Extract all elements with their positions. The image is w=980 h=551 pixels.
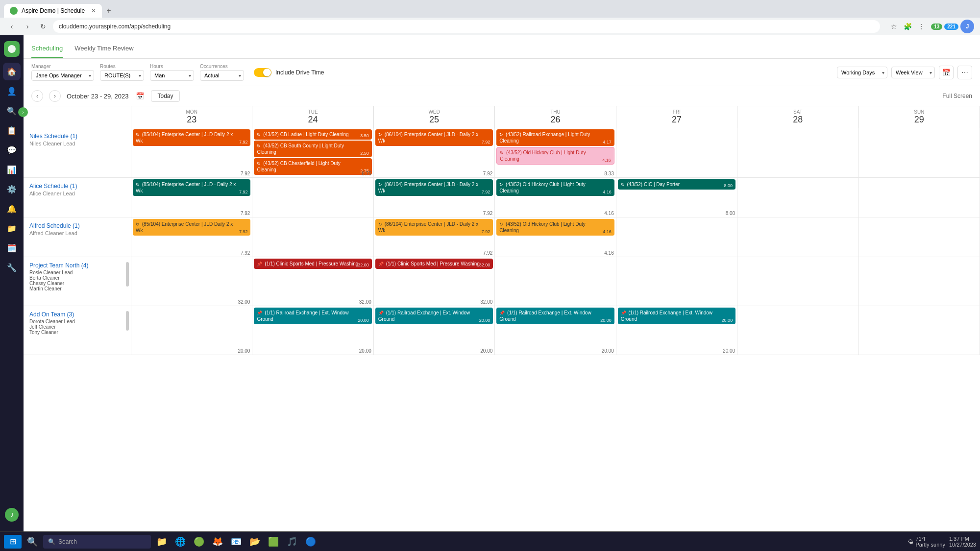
occurrences-select[interactable]: Actual — [200, 70, 244, 81]
addon-thu-event[interactable]: 📌 (1/1) Railroad Exchange | Ext. Window … — [496, 308, 614, 324]
sidebar-item-reports[interactable]: 📊 — [3, 161, 21, 178]
sidebar-item-messages[interactable]: 💬 — [3, 141, 21, 159]
active-tab[interactable]: Aspire Demo | Schedule ✕ — [4, 4, 102, 18]
drive-time-toggle[interactable] — [254, 68, 271, 77]
day-name-sat: SAT — [737, 109, 858, 115]
routes-select[interactable]: ROUTE(S) — [100, 70, 144, 81]
taskbar-chrome[interactable]: 🟢 — [191, 534, 207, 550]
fullscreen-button[interactable]: Full Screen — [942, 93, 972, 99]
sidebar-item-home[interactable]: 🏠 — [3, 63, 21, 80]
bookmark-icon[interactable]: ☆ — [888, 21, 900, 32]
hours-select[interactable]: Man — [150, 70, 194, 81]
day-num-mon: 23 — [131, 115, 252, 125]
niles-tue-event-2[interactable]: ↻ (43/52) CB South County | Light Duty C… — [254, 141, 371, 157]
day-num-thu: 26 — [495, 115, 615, 125]
sidebar-expand-button[interactable]: › — [18, 107, 28, 117]
today-button[interactable]: Today — [151, 90, 179, 102]
niles-wed-event-1[interactable]: ↻ (86/104) Enterprise Center | JLD - Dai… — [375, 129, 493, 146]
addon-tue-event[interactable]: 📌 (1/1) Railroad Exchange | Ext. Window … — [254, 308, 371, 324]
taskbar-firefox[interactable]: 🦊 — [210, 534, 225, 550]
taskbar-search-bar[interactable]: 🔍 Search — [43, 535, 151, 549]
alice-mon-event-1[interactable]: ↻ (85/104) Enterprise Center | JLD - Dai… — [133, 179, 250, 196]
taskbar-app1[interactable]: 📧 — [228, 534, 244, 550]
sidebar-item-notifications[interactable]: 🔔 — [3, 200, 21, 217]
address-bar[interactable]: clouddemo.youraspire.com/app/scheduling — [53, 20, 880, 33]
date-picker-icon[interactable]: 📅 — [134, 91, 145, 101]
alfred-wed-cell: ↻ (86/104) Enterprise Center | JLD - Dai… — [374, 217, 495, 257]
week-view-select[interactable]: Week View — [891, 67, 935, 78]
tab-scheduling[interactable]: Scheduling — [31, 39, 63, 58]
niles-thu-event2-title: (43/52) Old Hickory Club | Light Duty Cl… — [500, 150, 586, 162]
addon-tue-time: 20.00 — [358, 318, 369, 323]
addon-wed-total: 20.00 — [480, 348, 492, 354]
refresh-button[interactable]: ↻ — [37, 21, 49, 32]
schedule-row-addon-team: Add On Team (3) Dorota Cleaner Lead Jeff… — [24, 306, 980, 355]
forward-button[interactable]: › — [22, 21, 33, 32]
scroll-indicator-2 — [126, 311, 129, 331]
addon-fri-event[interactable]: 📌 (1/1) Railroad Exchange | Ext. Window … — [618, 308, 735, 324]
sidebar-item-user[interactable]: 👤 — [3, 82, 21, 100]
addon-team-name[interactable]: Add On Team (3) — [29, 311, 125, 318]
new-tab-button[interactable]: + — [102, 4, 116, 18]
working-days-select[interactable]: Working Days — [837, 67, 887, 78]
next-week-button[interactable]: › — [49, 90, 61, 102]
alice-fri-cell: ↻ (43/52) CIC | Day Porter 8.00 8.00 — [616, 178, 737, 217]
extension-icon[interactable]: 🧩 — [902, 21, 913, 32]
project-north-tue-event[interactable]: 📌 (1/1) Clinic Sports Med | Pressure Was… — [254, 259, 371, 269]
niles-thu-event1-title: (43/52) Railroad Exchange | Light Duty C… — [499, 132, 590, 144]
sidebar-item-calendar[interactable]: 🗓️ — [3, 239, 21, 257]
alfred-role: Alfred Cleaner Lead — [29, 230, 125, 236]
sidebar-item-tools[interactable]: 🔧 — [3, 259, 21, 276]
project-north-name[interactable]: Project Team North (4) — [29, 262, 125, 269]
taskbar-edge[interactable]: 🌐 — [172, 534, 188, 550]
project-north-wed-event[interactable]: 📌 (1/1) Clinic Sports Med | Pressure Was… — [375, 259, 493, 269]
alfred-thu-event-1[interactable]: ↻ (43/52) Old Hickory Club | Light Duty … — [496, 219, 614, 236]
prev-week-button[interactable]: ‹ — [31, 90, 43, 102]
alice-fri-event-time: 8.00 — [724, 183, 733, 188]
calendar-scroll-area[interactable]: MON 23 TUE 24 WED 25 THU 26 FRI 27 — [24, 106, 980, 531]
addon-thu-title: (1/1) Railroad Exchange | Ext. Window Gr… — [499, 310, 591, 322]
niles-schedule-name[interactable]: Niles Schedule (1) — [29, 133, 125, 140]
browser-toolbar: ‹ › ↻ clouddemo.youraspire.com/app/sched… — [0, 18, 980, 35]
alice-mon-cell: ↻ (85/104) Enterprise Center | JLD - Dai… — [131, 178, 252, 217]
addon-tue-title: (1/1) Railroad Exchange | Ext. Window Gr… — [257, 310, 348, 322]
weather-temp: 71°F — [915, 536, 945, 542]
niles-mon-event-1[interactable]: ↻ (85/104) Enterprise Center | JLD Daily… — [133, 129, 250, 146]
tab-weekly-time-review[interactable]: Weekly Time Review — [74, 39, 133, 58]
sidebar-item-schedule[interactable]: 📋 — [3, 121, 21, 139]
alice-wed-event-1[interactable]: ↻ (86/104) Enterprise Center | JLD - Dai… — [375, 179, 493, 196]
menu-icon[interactable]: ⋮ — [915, 21, 927, 32]
back-button[interactable]: ‹ — [6, 21, 18, 32]
alfred-wed-event-1[interactable]: ↻ (86/104) Enterprise Center | JLD - Dai… — [375, 219, 493, 236]
alice-fri-event-1[interactable]: ↻ (43/52) CIC | Day Porter 8.00 — [618, 179, 735, 190]
project-north-tue-title: (1/1) Clinic Sports Med | Pressure Washi… — [265, 261, 368, 266]
start-button[interactable]: ⊞ — [4, 535, 22, 549]
calendar-view-button[interactable]: 📅 — [939, 66, 954, 79]
alfred-mon-event-1[interactable]: ↻ (85/104) Enterprise Center | JLD Daily… — [133, 219, 250, 236]
profile-avatar[interactable]: J — [960, 20, 974, 33]
alice-schedule-name[interactable]: Alice Schedule (1) — [29, 183, 125, 190]
sidebar-item-files[interactable]: 📁 — [3, 219, 21, 237]
sidebar-item-user-bottom[interactable]: J — [5, 508, 19, 522]
alice-thu-event-1[interactable]: ↻ (43/52) Old Hickory Club | Light Duty … — [496, 179, 614, 196]
more-options-button[interactable]: ⋯ — [957, 66, 972, 79]
tab-close-button[interactable]: ✕ — [91, 7, 96, 14]
alice-mon-total: 7.92 — [241, 211, 250, 216]
taskbar-app2[interactable]: 📂 — [247, 534, 263, 550]
sidebar-item-settings[interactable]: ⚙️ — [3, 180, 21, 198]
niles-tue-event2-time: 2.50 — [360, 151, 369, 156]
alfred-schedule-name[interactable]: Alfred Schedule (1) — [29, 222, 125, 229]
taskbar-app3[interactable]: 🟩 — [266, 534, 281, 550]
taskbar-app4[interactable]: 🎵 — [284, 534, 300, 550]
niles-thu-event-2[interactable]: ↻ (43/52) Old Hickory Club | Light Duty … — [496, 147, 614, 165]
alfred-tue-cell — [252, 217, 373, 257]
addon-wed-event[interactable]: 📌 (1/1) Railroad Exchange | Ext. Window … — [375, 308, 493, 324]
taskbar-app5[interactable]: 🔵 — [303, 534, 318, 550]
niles-fri-cell — [616, 128, 737, 177]
niles-tue-event-1[interactable]: ↻ (43/52) CB Ladue | Light Duty Cleaning… — [254, 129, 371, 140]
taskbar-search-icon[interactable]: 🔍 — [24, 534, 40, 550]
niles-thu-event-1[interactable]: ↻ (43/52) Railroad Exchange | Light Duty… — [496, 129, 614, 146]
taskbar-file-explorer[interactable]: 📁 — [154, 534, 170, 550]
manager-select[interactable]: Jane Ops Manager — [31, 70, 94, 81]
niles-tue-event-3[interactable]: ↻ (43/52) CB Chesterfield | Light Duty C… — [254, 158, 371, 175]
